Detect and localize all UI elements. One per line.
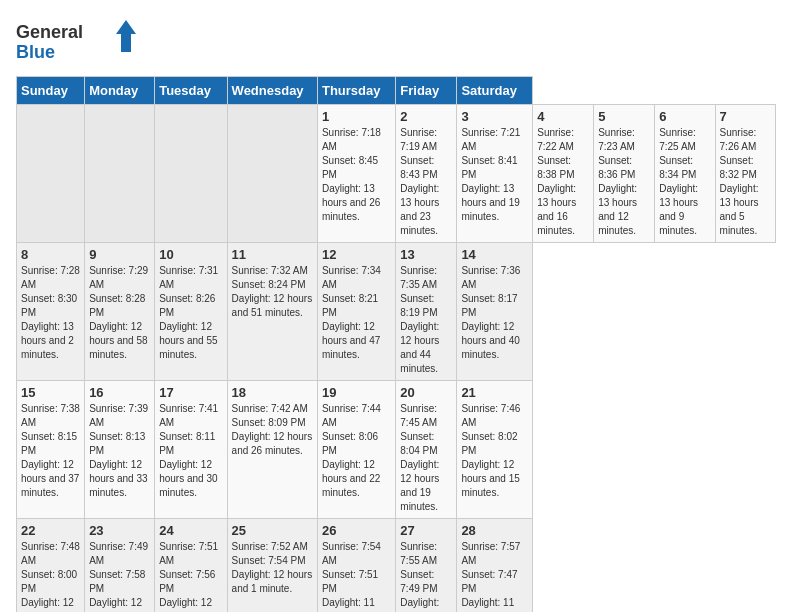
day-info: Sunrise: 7:39 AMSunset: 8:13 PMDaylight:…	[89, 402, 150, 500]
day-info: Sunrise: 7:52 AMSunset: 7:54 PMDaylight:…	[232, 540, 313, 596]
day-number: 6	[659, 109, 710, 124]
day-number: 15	[21, 385, 80, 400]
calendar-week-row: 15Sunrise: 7:38 AMSunset: 8:15 PMDayligh…	[17, 381, 776, 519]
calendar-table: SundayMondayTuesdayWednesdayThursdayFrid…	[16, 76, 776, 612]
day-number: 8	[21, 247, 80, 262]
day-info: Sunrise: 7:42 AMSunset: 8:09 PMDaylight:…	[232, 402, 313, 458]
day-number: 14	[461, 247, 528, 262]
day-info: Sunrise: 7:28 AMSunset: 8:30 PMDaylight:…	[21, 264, 80, 362]
calendar-day-cell: 5Sunrise: 7:23 AMSunset: 8:36 PMDaylight…	[594, 105, 655, 243]
column-header-sunday: Sunday	[17, 77, 85, 105]
calendar-day-cell	[227, 105, 317, 243]
day-number: 4	[537, 109, 589, 124]
day-number: 26	[322, 523, 391, 538]
day-info: Sunrise: 7:22 AMSunset: 8:38 PMDaylight:…	[537, 126, 589, 238]
calendar-day-cell: 20Sunrise: 7:45 AMSunset: 8:04 PMDayligh…	[396, 381, 457, 519]
calendar-day-cell: 11Sunrise: 7:32 AMSunset: 8:24 PMDayligh…	[227, 243, 317, 381]
column-header-thursday: Thursday	[317, 77, 395, 105]
calendar-day-cell	[85, 105, 155, 243]
column-header-saturday: Saturday	[457, 77, 533, 105]
calendar-day-cell: 16Sunrise: 7:39 AMSunset: 8:13 PMDayligh…	[85, 381, 155, 519]
calendar-day-cell: 12Sunrise: 7:34 AMSunset: 8:21 PMDayligh…	[317, 243, 395, 381]
calendar-week-row: 8Sunrise: 7:28 AMSunset: 8:30 PMDaylight…	[17, 243, 776, 381]
calendar-day-cell: 7Sunrise: 7:26 AMSunset: 8:32 PMDaylight…	[715, 105, 775, 243]
logo: General Blue	[16, 16, 136, 66]
day-number: 17	[159, 385, 222, 400]
day-number: 18	[232, 385, 313, 400]
calendar-header-row: SundayMondayTuesdayWednesdayThursdayFrid…	[17, 77, 776, 105]
calendar-day-cell: 28Sunrise: 7:57 AMSunset: 7:47 PMDayligh…	[457, 519, 533, 613]
day-info: Sunrise: 7:21 AMSunset: 8:41 PMDaylight:…	[461, 126, 528, 224]
column-header-tuesday: Tuesday	[155, 77, 227, 105]
day-number: 1	[322, 109, 391, 124]
logo-svg: General Blue	[16, 16, 136, 66]
calendar-day-cell: 21Sunrise: 7:46 AMSunset: 8:02 PMDayligh…	[457, 381, 533, 519]
calendar-day-cell: 4Sunrise: 7:22 AMSunset: 8:38 PMDaylight…	[533, 105, 594, 243]
day-info: Sunrise: 7:55 AMSunset: 7:49 PMDaylight:…	[400, 540, 452, 612]
calendar-day-cell: 14Sunrise: 7:36 AMSunset: 8:17 PMDayligh…	[457, 243, 533, 381]
day-info: Sunrise: 7:44 AMSunset: 8:06 PMDaylight:…	[322, 402, 391, 500]
day-info: Sunrise: 7:49 AMSunset: 7:58 PMDaylight:…	[89, 540, 150, 612]
day-info: Sunrise: 7:38 AMSunset: 8:15 PMDaylight:…	[21, 402, 80, 500]
day-info: Sunrise: 7:31 AMSunset: 8:26 PMDaylight:…	[159, 264, 222, 362]
calendar-day-cell: 2Sunrise: 7:19 AMSunset: 8:43 PMDaylight…	[396, 105, 457, 243]
calendar-week-row: 1Sunrise: 7:18 AMSunset: 8:45 PMDaylight…	[17, 105, 776, 243]
day-number: 10	[159, 247, 222, 262]
svg-text:Blue: Blue	[16, 42, 55, 62]
day-number: 5	[598, 109, 650, 124]
svg-marker-2	[116, 20, 136, 52]
day-info: Sunrise: 7:48 AMSunset: 8:00 PMDaylight:…	[21, 540, 80, 612]
day-info: Sunrise: 7:29 AMSunset: 8:28 PMDaylight:…	[89, 264, 150, 362]
day-number: 27	[400, 523, 452, 538]
day-number: 9	[89, 247, 150, 262]
day-number: 25	[232, 523, 313, 538]
day-info: Sunrise: 7:18 AMSunset: 8:45 PMDaylight:…	[322, 126, 391, 224]
calendar-day-cell: 22Sunrise: 7:48 AMSunset: 8:00 PMDayligh…	[17, 519, 85, 613]
calendar-day-cell: 1Sunrise: 7:18 AMSunset: 8:45 PMDaylight…	[317, 105, 395, 243]
calendar-day-cell: 17Sunrise: 7:41 AMSunset: 8:11 PMDayligh…	[155, 381, 227, 519]
day-info: Sunrise: 7:45 AMSunset: 8:04 PMDaylight:…	[400, 402, 452, 514]
calendar-day-cell: 3Sunrise: 7:21 AMSunset: 8:41 PMDaylight…	[457, 105, 533, 243]
day-number: 19	[322, 385, 391, 400]
calendar-day-cell: 9Sunrise: 7:29 AMSunset: 8:28 PMDaylight…	[85, 243, 155, 381]
column-header-friday: Friday	[396, 77, 457, 105]
calendar-day-cell: 23Sunrise: 7:49 AMSunset: 7:58 PMDayligh…	[85, 519, 155, 613]
day-info: Sunrise: 7:25 AMSunset: 8:34 PMDaylight:…	[659, 126, 710, 238]
day-number: 23	[89, 523, 150, 538]
day-info: Sunrise: 7:32 AMSunset: 8:24 PMDaylight:…	[232, 264, 313, 320]
day-number: 16	[89, 385, 150, 400]
calendar-day-cell: 24Sunrise: 7:51 AMSunset: 7:56 PMDayligh…	[155, 519, 227, 613]
day-number: 22	[21, 523, 80, 538]
calendar-day-cell: 27Sunrise: 7:55 AMSunset: 7:49 PMDayligh…	[396, 519, 457, 613]
day-info: Sunrise: 7:23 AMSunset: 8:36 PMDaylight:…	[598, 126, 650, 238]
day-info: Sunrise: 7:41 AMSunset: 8:11 PMDaylight:…	[159, 402, 222, 500]
day-info: Sunrise: 7:54 AMSunset: 7:51 PMDaylight:…	[322, 540, 391, 612]
day-number: 21	[461, 385, 528, 400]
calendar-day-cell: 8Sunrise: 7:28 AMSunset: 8:30 PMDaylight…	[17, 243, 85, 381]
day-number: 7	[720, 109, 771, 124]
calendar-day-cell: 18Sunrise: 7:42 AMSunset: 8:09 PMDayligh…	[227, 381, 317, 519]
day-info: Sunrise: 7:51 AMSunset: 7:56 PMDaylight:…	[159, 540, 222, 612]
day-number: 2	[400, 109, 452, 124]
calendar-day-cell: 13Sunrise: 7:35 AMSunset: 8:19 PMDayligh…	[396, 243, 457, 381]
calendar-day-cell: 10Sunrise: 7:31 AMSunset: 8:26 PMDayligh…	[155, 243, 227, 381]
column-header-wednesday: Wednesday	[227, 77, 317, 105]
day-info: Sunrise: 7:19 AMSunset: 8:43 PMDaylight:…	[400, 126, 452, 238]
calendar-day-cell: 15Sunrise: 7:38 AMSunset: 8:15 PMDayligh…	[17, 381, 85, 519]
calendar-day-cell	[155, 105, 227, 243]
day-number: 28	[461, 523, 528, 538]
day-number: 12	[322, 247, 391, 262]
calendar-day-cell: 6Sunrise: 7:25 AMSunset: 8:34 PMDaylight…	[655, 105, 715, 243]
day-info: Sunrise: 7:35 AMSunset: 8:19 PMDaylight:…	[400, 264, 452, 376]
calendar-day-cell	[17, 105, 85, 243]
day-number: 3	[461, 109, 528, 124]
column-header-monday: Monday	[85, 77, 155, 105]
day-number: 24	[159, 523, 222, 538]
page-header: General Blue	[16, 16, 776, 66]
day-number: 13	[400, 247, 452, 262]
day-info: Sunrise: 7:36 AMSunset: 8:17 PMDaylight:…	[461, 264, 528, 362]
calendar-week-row: 22Sunrise: 7:48 AMSunset: 8:00 PMDayligh…	[17, 519, 776, 613]
calendar-day-cell: 19Sunrise: 7:44 AMSunset: 8:06 PMDayligh…	[317, 381, 395, 519]
day-info: Sunrise: 7:34 AMSunset: 8:21 PMDaylight:…	[322, 264, 391, 362]
calendar-day-cell: 26Sunrise: 7:54 AMSunset: 7:51 PMDayligh…	[317, 519, 395, 613]
